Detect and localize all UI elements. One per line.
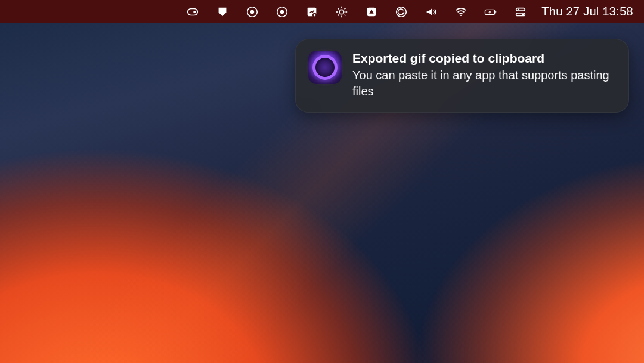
record-filled-icon[interactable] [267, 0, 297, 23]
svg-point-3 [250, 10, 254, 13]
notification-app-icon [308, 51, 342, 84]
svg-line-13 [338, 8, 339, 9]
volume-icon[interactable] [416, 0, 446, 23]
menubar-clock[interactable]: Thu 27 Jul 13:58 [535, 5, 633, 18]
notification-banner[interactable]: Exported gif copied to clipboard You can… [295, 39, 629, 113]
camera-switch-icon[interactable] [178, 0, 208, 23]
brightness-icon[interactable] [327, 0, 357, 23]
menubar: Thu 27 Jul 13:58 [0, 0, 644, 23]
svg-line-14 [345, 14, 346, 15]
shield-icon[interactable] [208, 0, 237, 23]
svg-point-19 [460, 14, 462, 15]
svg-line-16 [345, 8, 346, 9]
battery-charging-icon[interactable] [476, 0, 506, 23]
notification-content: Exported gif copied to clipboard You can… [352, 51, 615, 100]
drive-icon[interactable] [357, 0, 386, 23]
svg-point-5 [280, 10, 284, 13]
svg-line-15 [338, 14, 339, 15]
grammarly-icon[interactable] [386, 0, 416, 23]
wifi-icon[interactable] [446, 0, 476, 23]
svg-point-8 [340, 10, 344, 14]
svg-rect-21 [496, 11, 497, 13]
screenshot-tool-icon[interactable] [297, 0, 327, 23]
notification-body: You can paste it in any app that support… [352, 67, 615, 100]
svg-point-1 [193, 10, 196, 13]
svg-rect-0 [188, 8, 198, 15]
notification-title: Exported gif copied to clipboard [352, 51, 615, 66]
control-center-icon[interactable] [506, 0, 535, 23]
svg-point-23 [518, 8, 519, 10]
svg-point-25 [522, 13, 524, 15]
record-outline-icon[interactable] [237, 0, 267, 23]
